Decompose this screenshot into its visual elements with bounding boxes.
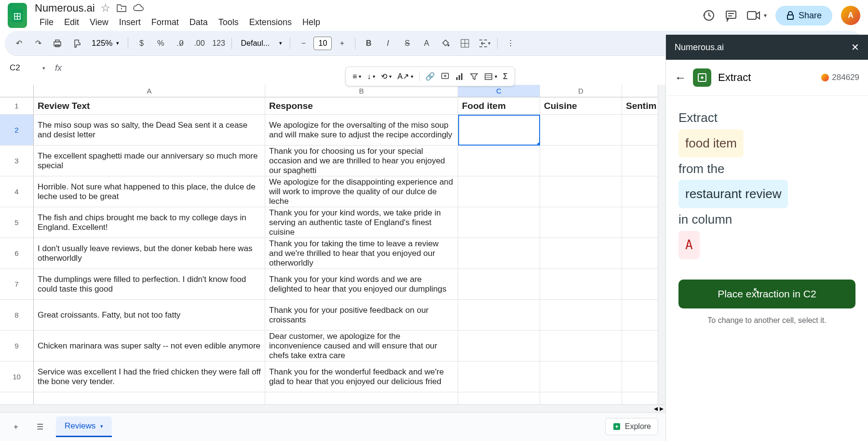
col-header-C[interactable]: C bbox=[458, 85, 540, 97]
rotate-button[interactable]: A↗ ▾ bbox=[395, 70, 415, 83]
text-color-button[interactable]: A bbox=[418, 35, 434, 52]
place-extraction-button[interactable]: Place extraction in C2 ↖ bbox=[678, 280, 855, 308]
cell-C7[interactable] bbox=[458, 269, 540, 300]
table-view-button[interactable]: ▾ bbox=[482, 70, 499, 83]
menu-file[interactable]: File bbox=[35, 15, 58, 29]
star-icon[interactable]: ☆ bbox=[101, 2, 110, 14]
sheet-tab-reviews[interactable]: Reviews ▾ bbox=[56, 416, 112, 437]
cell-header-D[interactable]: Cuisine bbox=[540, 97, 622, 115]
row-header-1[interactable]: 1 bbox=[0, 97, 34, 115]
italic-button[interactable]: I bbox=[380, 35, 396, 52]
row-header-7[interactable]: 7 bbox=[0, 269, 34, 300]
currency-button[interactable]: $ bbox=[133, 35, 149, 52]
cell-C5[interactable] bbox=[458, 207, 540, 238]
cell-A5[interactable]: The fish and chips brought me back to my… bbox=[34, 207, 265, 238]
cell-C4[interactable] bbox=[458, 176, 540, 207]
add-sheet-button[interactable]: + bbox=[8, 419, 24, 435]
menu-help[interactable]: Help bbox=[298, 15, 325, 29]
increase-fontsize-button[interactable]: + bbox=[334, 35, 350, 52]
print-button[interactable] bbox=[49, 35, 66, 52]
cell-D9[interactable] bbox=[540, 331, 622, 361]
cell-A7[interactable]: The dumplings were filled to perfection.… bbox=[34, 269, 265, 300]
cell-header-C[interactable]: Food item bbox=[458, 97, 540, 115]
name-box[interactable]: C2 ▾ bbox=[6, 61, 49, 75]
cell-C3[interactable] bbox=[458, 146, 540, 176]
valign-button[interactable]: ↓ ▾ bbox=[365, 70, 377, 83]
cell-header-B[interactable]: Response bbox=[265, 97, 458, 115]
cell-D2[interactable] bbox=[540, 115, 622, 146]
cell-B4[interactable]: We apologize for the disappointing exper… bbox=[265, 176, 458, 207]
user-avatar[interactable]: A bbox=[841, 6, 860, 25]
fontsize-input[interactable] bbox=[313, 37, 332, 50]
cell-D10[interactable] bbox=[540, 361, 622, 392]
cell-C8[interactable] bbox=[458, 300, 540, 331]
move-folder-icon[interactable] bbox=[116, 4, 127, 13]
cell-B5[interactable]: Thank you for your kind words, we take p… bbox=[265, 207, 458, 238]
menu-extensions[interactable]: Extensions bbox=[244, 15, 297, 29]
comment-icon[interactable] bbox=[724, 9, 738, 22]
functions-button[interactable]: Σ bbox=[501, 70, 510, 83]
share-button[interactable]: Share bbox=[775, 6, 832, 26]
font-select[interactable]: Defaul... ▾ bbox=[237, 37, 285, 50]
paint-format-button[interactable] bbox=[68, 35, 85, 52]
corner-cell[interactable] bbox=[0, 85, 34, 97]
fill-color-button[interactable] bbox=[437, 35, 454, 52]
col-header-B[interactable]: B bbox=[265, 85, 458, 97]
zoom-select[interactable]: 125% ▾ bbox=[88, 37, 123, 50]
meet-icon[interactable]: ▾ bbox=[746, 10, 767, 21]
cell-A9[interactable]: Chicken marinara was super salty -- not … bbox=[34, 331, 265, 361]
row-header-9[interactable]: 9 bbox=[0, 331, 34, 361]
merge-button[interactable]: ▾ bbox=[476, 35, 492, 52]
decrease-fontsize-button[interactable]: − bbox=[295, 35, 312, 52]
horizontal-scrollbar[interactable]: ◂▸ bbox=[0, 404, 665, 412]
cell-A2[interactable]: The miso soup was so salty, the Dead Sea… bbox=[34, 115, 265, 146]
selection-handle[interactable] bbox=[537, 143, 540, 146]
menu-edit[interactable]: Edit bbox=[59, 15, 84, 29]
cell-D3[interactable] bbox=[540, 146, 622, 176]
back-button[interactable]: ← bbox=[675, 71, 686, 84]
chart-insert-button[interactable] bbox=[453, 70, 466, 83]
more-toolbar-button[interactable]: ⋮ bbox=[502, 35, 519, 52]
cell-D6[interactable] bbox=[540, 238, 622, 269]
halign-button[interactable]: ≡ ▾ bbox=[351, 70, 363, 83]
cell-A6[interactable]: I don't usually leave reviews, but the d… bbox=[34, 238, 265, 269]
filter-button[interactable] bbox=[468, 70, 480, 83]
menu-insert[interactable]: Insert bbox=[114, 15, 146, 29]
menu-view[interactable]: View bbox=[85, 15, 113, 29]
cell-D4[interactable] bbox=[540, 176, 622, 207]
col-header-D[interactable]: D bbox=[540, 85, 622, 97]
cell-D5[interactable] bbox=[540, 207, 622, 238]
close-icon[interactable]: ✕ bbox=[851, 41, 859, 53]
row-header-2[interactable]: 2 bbox=[0, 115, 34, 146]
cell-A4[interactable]: Horrible. Not sure what happened to this… bbox=[34, 176, 265, 207]
cloud-status-icon[interactable] bbox=[133, 4, 145, 13]
link-button[interactable]: 🔗 bbox=[423, 70, 437, 83]
cell-A3[interactable]: The excellent spaghetti made our anniver… bbox=[34, 146, 265, 176]
cell-B6[interactable]: Thank you for taking the time to leave a… bbox=[265, 238, 458, 269]
doc-title[interactable]: Numerous.ai bbox=[35, 2, 95, 14]
cell-C6[interactable] bbox=[458, 238, 540, 269]
borders-button[interactable] bbox=[457, 35, 473, 52]
row-header-4[interactable]: 4 bbox=[0, 176, 34, 207]
cell-D7[interactable] bbox=[540, 269, 622, 300]
cell-B2[interactable]: We apologize for the oversalting of the … bbox=[265, 115, 458, 146]
row-header-8[interactable]: 8 bbox=[0, 300, 34, 331]
cell-B7[interactable]: Thank you for your kind words and we are… bbox=[265, 269, 458, 300]
strikethrough-button[interactable]: S bbox=[399, 35, 415, 52]
spreadsheet-grid[interactable]: ABCD1Review TextResponseFood itemCuisine… bbox=[0, 85, 665, 412]
comment-insert-button[interactable] bbox=[439, 70, 451, 83]
row-header-10[interactable]: 10 bbox=[0, 361, 34, 392]
menu-format[interactable]: Format bbox=[147, 15, 184, 29]
cell-B3[interactable]: Thank you for choosing us for your speci… bbox=[265, 146, 458, 176]
chip-restaurant-review[interactable]: restaurant review bbox=[678, 180, 788, 208]
cell-B9[interactable]: Dear customer, we apologize for the inco… bbox=[265, 331, 458, 361]
row-header-5[interactable]: 5 bbox=[0, 207, 34, 238]
percent-button[interactable]: % bbox=[152, 35, 169, 52]
chip-food-item[interactable]: food item bbox=[678, 129, 744, 158]
decrease-decimal-button[interactable]: .0̷ bbox=[172, 35, 188, 52]
cell-C2[interactable] bbox=[458, 115, 540, 146]
increase-decimal-button[interactable]: .00 bbox=[191, 35, 207, 52]
cell-D8[interactable] bbox=[540, 300, 622, 331]
cell-A10[interactable]: Service was excellent I had the fried ch… bbox=[34, 361, 265, 392]
cell-C9[interactable] bbox=[458, 331, 540, 361]
